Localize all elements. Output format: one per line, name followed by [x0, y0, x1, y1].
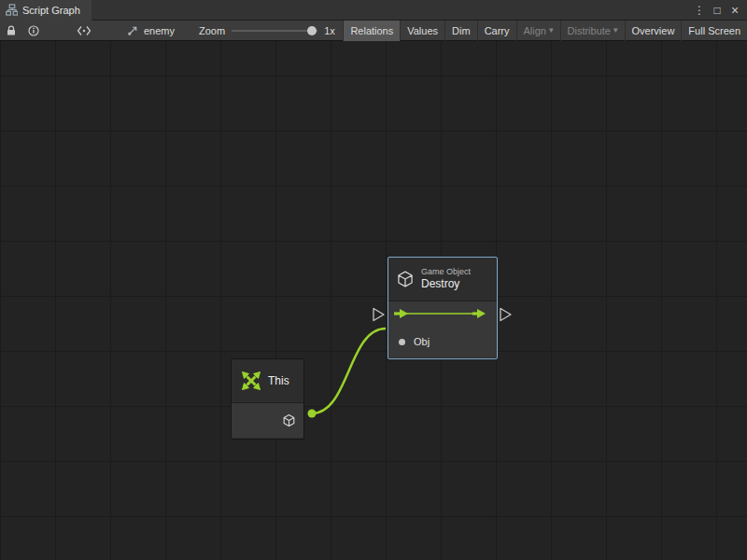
close-button[interactable]: ×	[726, 1, 743, 20]
connection-wire[interactable]	[312, 329, 386, 413]
chevron-down-icon: ▾	[613, 26, 618, 35]
node-category: Game Object	[421, 267, 471, 277]
zoom-slider[interactable]	[232, 30, 317, 32]
toolbar-button-values[interactable]: Values	[400, 21, 444, 41]
tab-script-graph[interactable]: Script Graph	[0, 0, 92, 21]
title-bar: Script Graph ⋮ □ ×	[0, 0, 747, 21]
toolbar-button-distribute[interactable]: Distribute ▾	[560, 21, 625, 41]
cube-icon	[396, 270, 415, 288]
tab-title: Script Graph	[22, 5, 80, 16]
toolbar-button-align[interactable]: Align ▾	[516, 21, 560, 41]
zoom-slider-handle[interactable]	[307, 26, 317, 35]
node-title: Destroy	[421, 277, 471, 291]
toolbar-button-overview[interactable]: Overview	[625, 21, 682, 41]
script-graph-icon	[6, 4, 18, 16]
connections-overlay	[0, 41, 747, 560]
toolbar-button-relations[interactable]: Relations	[343, 21, 400, 41]
node-this-body	[232, 402, 303, 438]
toolbar-button-fullscreen[interactable]: Full Screen	[681, 21, 747, 41]
this-icon	[240, 370, 262, 392]
info-icon	[28, 25, 39, 36]
window-menu-button[interactable]: ⋮	[691, 1, 708, 20]
flow-input-port[interactable]	[374, 309, 384, 321]
graph-toolbar: enemy Zoom 1x Relations Values Dim Carry…	[0, 21, 747, 41]
maximize-button[interactable]: □	[709, 1, 726, 20]
info-button[interactable]	[22, 21, 45, 41]
graph-icon	[127, 24, 139, 36]
zoom-label: Zoom	[199, 25, 225, 36]
toolbar-button-dim[interactable]: Dim	[444, 21, 477, 41]
gameobject-output-port[interactable]	[282, 413, 296, 427]
node-destroy-body: Obj	[388, 301, 497, 357]
flow-relation-row	[388, 301, 497, 326]
toolbar-button-carry[interactable]: Carry	[477, 21, 516, 41]
lock-button[interactable]	[0, 21, 22, 41]
toolbar-button-group: Relations Values Dim Carry Align ▾ Distr…	[343, 21, 747, 41]
node-destroy-header: Game Object Destroy	[388, 258, 497, 301]
graph-inspector-button[interactable]	[73, 21, 95, 41]
flow-arrows-icon	[394, 306, 491, 321]
angle-brackets-icon	[77, 25, 92, 36]
node-title: This	[268, 374, 289, 387]
obj-port-label: Obj	[414, 336, 430, 347]
node-this-header: This	[232, 359, 303, 402]
graph-canvas[interactable]: Game Object Destroy Obj	[0, 41, 747, 560]
lock-icon	[6, 25, 17, 36]
this-output-port-dot[interactable]	[308, 410, 317, 418]
obj-input-row: Obj	[388, 326, 497, 357]
obj-input-port[interactable]	[399, 339, 405, 345]
graph-name: enemy	[144, 25, 175, 36]
graph-breadcrumb[interactable]: enemy	[127, 24, 175, 36]
flow-output-port[interactable]	[500, 309, 511, 321]
chevron-down-icon: ▾	[549, 26, 554, 35]
node-destroy[interactable]: Game Object Destroy Obj	[388, 257, 498, 359]
node-this[interactable]: This	[231, 358, 304, 440]
zoom-value: 1x	[324, 25, 335, 36]
